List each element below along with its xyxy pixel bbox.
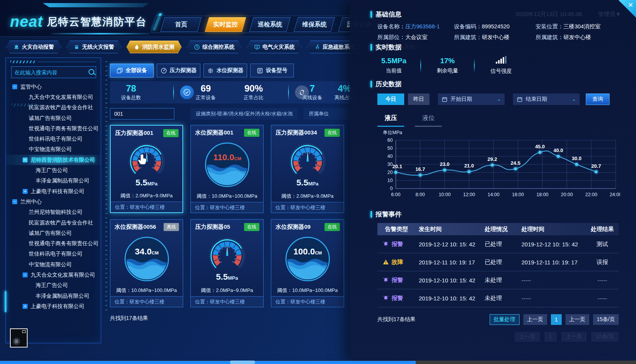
app-screen: neat 尼特云智慧消防平台 首页实时监控巡检系统维保系统历史记录 火灾自动报警… [0, 0, 636, 364]
subnav-label: 无线火灾报警 [82, 44, 114, 51]
chart-tabs: 液压液位 [377, 114, 442, 127]
tree-item[interactable]: +上豪电子科技有限公司 [6, 301, 101, 312]
device-card-水位探测器001[interactable]: 水位探测器001在线 110.0CM 阈值：10.0MPa~100.0MPa位置… [190, 125, 264, 213]
handle-result: 误报 [586, 259, 619, 266]
alarm-result-count: 共找到17条结果 [377, 316, 416, 323]
tree-item[interactable]: 世视通电子商务有限责任公司 [6, 123, 101, 134]
alarm-table-row[interactable]: 报警2019-12-10 10: 15: 42未处理---------- [377, 271, 619, 289]
subnav-item-消防用水监测[interactable]: 消防用水监测 [126, 41, 182, 53]
stat-设备总数: 78设备总数 [114, 84, 148, 101]
nav-tab-巡检系统[interactable]: 巡检系统 [249, 17, 291, 32]
filter-button-全部设备[interactable]: 全部设备 [110, 64, 154, 77]
query-button[interactable]: 查询 [586, 93, 610, 105]
device-code-input[interactable] [110, 108, 174, 120]
svg-text:11: 11 [312, 166, 315, 169]
bell-icon [383, 241, 389, 247]
filter-button-压力探测器[interactable]: 压力探测器 [157, 64, 200, 77]
alarm-table-row[interactable]: 报警2019-12-10 10: 15: 42未处理---------- [377, 289, 619, 307]
tree-item[interactable]: 九天合中文化发展有限公司 [6, 92, 101, 102]
tree-item[interactable]: 民富源农牧产品专业合作社 [6, 218, 101, 228]
alarm-table-row[interactable]: 报警2019-12-12 10: 15: 42已处理2019-12-12 10:… [377, 235, 619, 253]
svg-text:7: 7 [311, 154, 313, 156]
svg-text:40.0: 40.0 [553, 148, 563, 153]
device-card-水位探测器0056[interactable]: 水位探测器0056离线 34.0CM 阈值：10.0MPa~100.0MPa位置… [110, 219, 183, 307]
close-icon: ✕ [628, 1, 633, 9]
svg-text:10: 10 [234, 257, 236, 260]
subnav-item-电气火灾系统[interactable]: 电气火灾系统 [247, 41, 302, 53]
tree-item-label: 尼特西普消防技术有限公司 [31, 157, 95, 164]
tree-item[interactable]: 世佳科讯电子有限公司 [6, 134, 101, 144]
tree-item[interactable]: +上豪电子科技有限公司 [6, 186, 101, 197]
tree-item[interactable]: 世佳科讯电子有限公司 [6, 249, 101, 259]
filter-button-设备型号[interactable]: 设备型号 [250, 64, 294, 77]
subnav-item-无线火灾报警[interactable]: 无线火灾报警 [66, 41, 121, 53]
device-filter-row: 全部设备压力探测器水位探测器设备型号 [110, 64, 294, 77]
tree-item[interactable]: −九天合众文化发展有限公司 [6, 270, 101, 280]
tree-item[interactable]: 民富源农牧产品专业合作社 [6, 103, 101, 113]
nav-tab-实时监控[interactable]: 实时监控 [205, 17, 246, 32]
yesterday-button[interactable]: 昨日 [408, 93, 429, 105]
tree-item[interactable]: −尼特西普消防技术有限公司 [6, 155, 101, 165]
start-date-picker[interactable]: 开始日期 ⌄ [438, 93, 505, 105]
prev-page-button[interactable]: 上一页 [523, 314, 547, 325]
svg-text:6: 6 [228, 246, 230, 249]
page-size-select[interactable]: 15条/页 [593, 314, 619, 325]
tree-item[interactable]: −兰州中心 [6, 197, 101, 207]
svg-text:0: 0 [390, 186, 393, 191]
current-page[interactable]: 1 [551, 314, 562, 325]
tree-item[interactable]: −监管中心 [6, 82, 101, 92]
end-date-picker[interactable]: 结束日期 ⌄ [513, 93, 580, 105]
device-card-压力探测器0034[interactable]: 压力探测器0034在线012345678910115.5MPa阈值：2.0MPa… [271, 125, 344, 213]
tree-item[interactable]: 丰泽金属制品有限公司 [6, 291, 101, 301]
nav-tab-首页[interactable]: 首页 [161, 17, 202, 32]
ghost-datetime: 2020年12月13日 10:45:36 [515, 11, 582, 18]
floating-widget[interactable]: ☰ [10, 328, 28, 348]
device-card-压力探测器001[interactable]: 压力探测器001在线012345678910115.5MPa阈值：2.0MPa~… [110, 125, 183, 213]
today-button[interactable]: 今日 [377, 93, 404, 105]
nav-tab-维保系统[interactable]: 维保系统 [294, 17, 335, 32]
search-icon[interactable] [87, 67, 97, 77]
plus-toggle-icon[interactable]: + [23, 189, 28, 194]
stat-divider [288, 85, 289, 100]
tree-item[interactable]: 中宝物流有限公司 [6, 144, 101, 155]
horizontal-scrollbar[interactable] [0, 361, 636, 364]
tree-item[interactable]: 兰州尼特智能科技公司 [6, 207, 101, 218]
occurred-time: 2019-12-10 10: 15: 42 [419, 295, 485, 302]
minus-toggle-icon[interactable]: − [12, 199, 17, 204]
facility-category-select[interactable]: 设施类别-喷淋/消火栓/室外消火栓/水箱/水池 [190, 108, 298, 120]
tree-item-label: 世视通电子商务有限责任公司 [29, 240, 98, 247]
tree-item[interactable]: 诚旭广告有限公司 [6, 113, 101, 123]
bell-icon [383, 277, 389, 283]
subnav-item-综合测控系统[interactable]: 综合测控系统 [187, 41, 242, 53]
plus-toggle-icon[interactable]: + [23, 304, 28, 309]
tree-item[interactable]: 诚旭广告有限公司 [6, 228, 101, 238]
svg-text:45.0: 45.0 [535, 144, 545, 149]
status-badge: 在线 [325, 223, 340, 231]
batch-process-button[interactable]: 批量处理 [490, 314, 520, 325]
minus-toggle-icon[interactable]: − [12, 84, 17, 89]
tree-item[interactable]: 世视通电子商务有限责任公司 [6, 238, 101, 249]
alarm-table-row[interactable]: 故障2019-12-11 10: 19: 17已处理2019-12-11 10:… [377, 253, 619, 271]
alarm-table: 告警类型发生时间处理情况处理时间处理结果报警2019-12-12 10: 15:… [377, 223, 619, 307]
chart-tab-液位[interactable]: 液位 [415, 114, 442, 127]
tree-item[interactable]: 中宝物流有限公司 [6, 259, 101, 270]
chart-tab-液压[interactable]: 液压 [377, 114, 404, 127]
close-button[interactable]: ✕ [618, 0, 636, 18]
tree-item[interactable]: 海王广告公司 [6, 280, 101, 291]
device-card-水位探测器09[interactable]: 水位探测器09在线 100.0CM 阈值：10.0MPa~100.0MPa位置：… [271, 219, 344, 307]
search-input[interactable] [11, 69, 87, 75]
water-level-indicator: 100.0CM [271, 232, 344, 286]
filter-button-水位探测器[interactable]: 水位探测器 [203, 64, 247, 77]
tree-item[interactable]: 丰泽金属制品有限公司 [6, 176, 101, 186]
subnav-item-火灾自动报警[interactable]: 火灾自动报警 [6, 41, 61, 53]
minus-toggle-icon[interactable]: − [23, 157, 28, 162]
owner-unit-select[interactable]: 所属单位 [303, 108, 356, 120]
tree-item-label: 世视通电子商务有限责任公司 [29, 125, 98, 132]
scrollbar-thumb[interactable] [230, 361, 255, 364]
next-page-button[interactable]: 上一页 [566, 314, 589, 325]
menu-icon[interactable]: ☰ [13, 338, 20, 345]
device-card-压力探测器05[interactable]: 压力探测器05在线012345678910115.5MPa阈值：2.0MPa~9… [190, 219, 264, 307]
tree-item[interactable]: 海王广告公司 [6, 165, 101, 175]
threshold-text: 阈值：10.0MPa~100.0MPa [110, 287, 183, 294]
minus-toggle-icon[interactable]: − [23, 272, 28, 277]
